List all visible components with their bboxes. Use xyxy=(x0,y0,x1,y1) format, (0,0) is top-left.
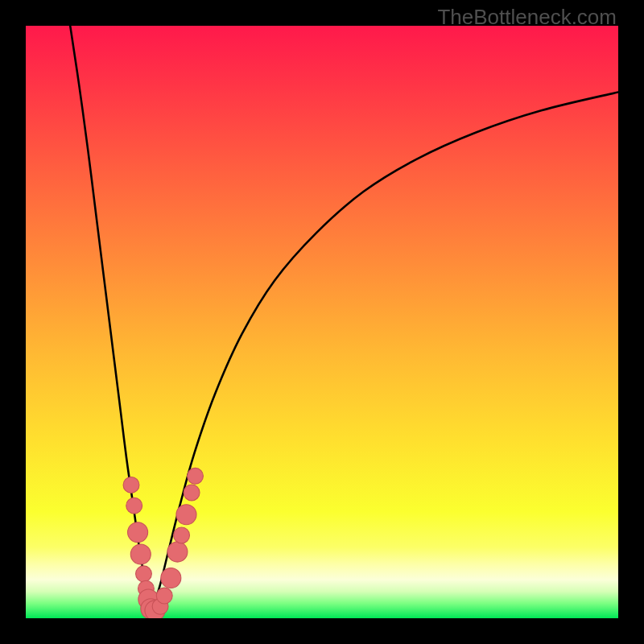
curve-right-branch xyxy=(151,92,618,611)
data-marker xyxy=(136,566,152,582)
data-marker xyxy=(123,477,139,493)
outer-frame: TheBottleneck.com xyxy=(0,0,644,644)
curve-markers xyxy=(123,468,203,618)
data-marker xyxy=(126,497,142,514)
curve-layer xyxy=(26,26,618,618)
plot-area xyxy=(26,26,618,618)
data-marker xyxy=(167,542,188,562)
data-marker xyxy=(188,468,204,484)
data-marker xyxy=(176,505,196,525)
data-marker xyxy=(156,588,172,604)
data-marker xyxy=(184,485,200,501)
data-marker xyxy=(174,527,190,543)
data-marker xyxy=(130,544,151,564)
data-marker xyxy=(161,568,181,588)
data-marker xyxy=(128,522,148,543)
